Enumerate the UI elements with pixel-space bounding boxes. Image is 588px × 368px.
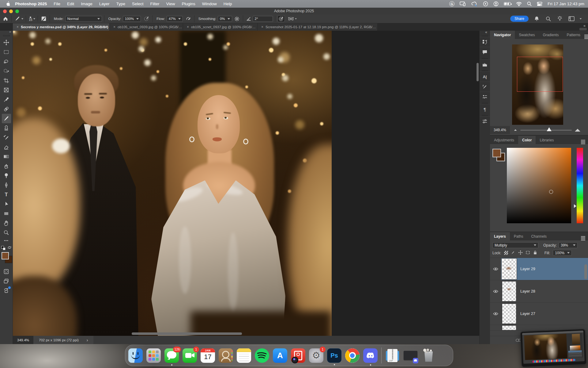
document-tab-screenshot[interactable]: Screenshot 2025-01-17 at 12.18.19 pm.png… (258, 23, 378, 31)
brush-tool-preset-icon[interactable] (14, 15, 21, 22)
tab-channels[interactable]: Channels (527, 232, 551, 240)
menu-item-file[interactable]: File (50, 2, 64, 6)
status-zoom-field[interactable]: 349.4% (13, 336, 33, 344)
chevron-down-icon[interactable] (33, 18, 35, 19)
tab-libraries[interactable]: Libraries (536, 136, 558, 144)
brush-angle-field[interactable]: 2° (253, 16, 273, 22)
menu-item-view[interactable]: View (163, 2, 178, 6)
quick-mask-icon[interactable] (2, 267, 11, 276)
brush-tool[interactable] (2, 114, 11, 123)
dock-launchpad[interactable] (146, 348, 161, 363)
lock-transparency-icon[interactable] (504, 251, 508, 255)
grammarly-icon[interactable]: G (449, 1, 454, 6)
status-doc-info[interactable]: 702 px x 1096 px (72 ppi) (33, 336, 93, 344)
document-canvas[interactable] (13, 31, 332, 336)
smoothing-options-gear-icon[interactable] (233, 15, 241, 22)
pen-tool[interactable] (2, 180, 11, 190)
eraser-tool[interactable] (2, 142, 11, 152)
menu-item-image[interactable]: Image (77, 2, 96, 6)
dock-spotify[interactable] (255, 348, 269, 363)
type-tool[interactable]: T (2, 190, 11, 199)
dock-calendar[interactable]: JAN 17 (201, 348, 215, 363)
share-button[interactable]: Share (510, 16, 529, 22)
lock-all-icon[interactable] (533, 250, 537, 256)
document-tab-secretos[interactable]: Secretos y mentiras.psd @ 349% (Layer 29… (13, 23, 110, 31)
layer-name[interactable]: Layer 27 (520, 312, 535, 316)
foreground-background-swatches[interactable] (1, 252, 12, 265)
layers-scrollbar[interactable] (584, 264, 587, 279)
dock-app-store[interactable]: A (273, 348, 287, 363)
panel-grip[interactable] (579, 28, 587, 30)
dock-discord[interactable] (363, 348, 378, 363)
notifications-bell-icon[interactable] (533, 15, 540, 22)
layer-row-27[interactable]: Layer 27 (490, 303, 588, 325)
crop-tool[interactable] (2, 76, 11, 85)
foreground-color-swatch[interactable] (492, 149, 501, 157)
home-icon[interactable] (2, 15, 9, 22)
tab-paths[interactable]: Paths (510, 232, 527, 240)
dock-chrome[interactable] (345, 348, 360, 363)
flow-dropdown[interactable]: 47% (167, 16, 183, 22)
brush-size-picker[interactable]: 15 (29, 17, 32, 21)
smudge-tool[interactable] (2, 161, 11, 171)
collapse-chevrons-icon[interactable] (480, 31, 490, 35)
layer-visibility-toggle[interactable] (490, 312, 501, 316)
panel-menu-icon[interactable] (581, 236, 588, 240)
search-icon[interactable] (545, 15, 552, 22)
hand-tool[interactable] (2, 218, 11, 228)
navigator-view-rectangle[interactable] (517, 57, 563, 92)
tab-overflow-control[interactable] (578, 23, 588, 31)
dock-contacts[interactable] (219, 348, 233, 363)
more-tools-icon[interactable]: ••• (2, 237, 11, 243)
lock-position-icon[interactable] (518, 250, 523, 256)
menu-item-help[interactable]: Help (220, 2, 236, 6)
workspace-switcher-icon[interactable] (568, 15, 575, 22)
dock-trash[interactable] (421, 348, 436, 363)
layer-visibility-toggle[interactable] (490, 289, 501, 293)
zoom-out-icon[interactable] (514, 129, 517, 131)
menu-item-type[interactable]: Type (113, 2, 129, 6)
horizontal-scrollbar[interactable] (132, 332, 242, 335)
layer-row-29[interactable]: Layer 29 (490, 258, 588, 280)
dock-messages[interactable]: 126 (164, 348, 179, 363)
spotlight-search-icon[interactable] (527, 2, 532, 6)
layer-thumbnail[interactable] (502, 282, 516, 301)
document-tab-0939[interactable]: ob105_scnet_0939.jpg @ 100% (RGB/… (110, 23, 183, 31)
apple-menu-icon[interactable] (4, 1, 12, 6)
tab-adjustments[interactable]: Adjustments (490, 136, 518, 144)
character-panel-icon[interactable]: A| (480, 71, 490, 82)
dock-zip-file[interactable]: ZIP (385, 348, 400, 363)
dock-photoshop[interactable]: Ps (327, 348, 341, 363)
move-tool[interactable] (2, 38, 11, 47)
tab-gradients[interactable]: Gradients (539, 31, 563, 39)
navigator-zoom-field[interactable]: 349.4% (490, 126, 510, 134)
layer-name[interactable]: Layer 28 (520, 289, 535, 293)
healing-brush-tool[interactable] (2, 104, 11, 114)
gradient-tool[interactable] (2, 152, 11, 161)
menu-item-layer[interactable]: Layer (96, 2, 113, 6)
window-title-bar[interactable]: Adobe Photoshop 2025 (0, 8, 588, 14)
play-status-icon[interactable] (483, 1, 488, 6)
user-account-icon[interactable] (493, 1, 499, 6)
wifi-icon[interactable] (516, 2, 522, 6)
control-center-icon[interactable] (537, 2, 542, 6)
airbrush-icon[interactable] (185, 15, 192, 22)
layer-opacity-dropdown[interactable]: 39% (559, 242, 578, 248)
document-tab-0937[interactable]: ob105_scnet_0937.jpg @ 100% (RGB/… (183, 23, 258, 31)
toggle-brush-settings-icon[interactable] (40, 15, 47, 22)
color-saturation-field[interactable] (507, 148, 571, 223)
swap-colors-icon[interactable] (7, 245, 12, 251)
layer-thumbnail[interactable] (502, 326, 516, 330)
path-select-tool[interactable] (2, 199, 11, 209)
battery-icon[interactable] (504, 2, 511, 6)
menu-clock[interactable]: Fri 17 Jan 12:43 pm (548, 2, 584, 6)
color-picker-circle[interactable] (549, 190, 553, 194)
lock-pixels-icon[interactable] (511, 250, 515, 256)
zoom-window-button[interactable] (15, 10, 19, 13)
tab-navigator[interactable]: Navigator (490, 31, 515, 39)
minimize-window-button[interactable] (9, 10, 13, 13)
slider-knob[interactable] (547, 127, 552, 131)
pressure-opacity-icon[interactable] (143, 15, 150, 22)
menu-item-app[interactable]: Photoshop 2025 (12, 2, 50, 6)
brushes-panel-icon[interactable] (480, 92, 490, 102)
